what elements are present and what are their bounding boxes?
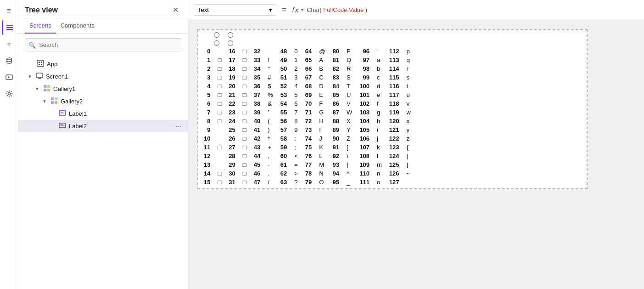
ascii-char: B [315, 64, 329, 73]
ascii-char: L [315, 152, 329, 160]
ascii-char: ; [291, 143, 302, 152]
table-row: 6□22□38&54670F86V102f118v [200, 99, 414, 108]
ascii-num: 59 [277, 143, 291, 152]
handle-bl[interactable] [214, 40, 219, 46]
ascii-char: l [373, 152, 386, 160]
ascii-num: 46 [250, 169, 264, 178]
formula-selector[interactable]: Text ▾ [194, 4, 276, 16]
ascii-num: 96 [356, 47, 373, 56]
ascii-num: 75 [302, 143, 315, 152]
ascii-num: 120 [386, 117, 403, 125]
ascii-num: 68 [302, 82, 315, 91]
ascii-char: Y [343, 125, 356, 134]
table-row: 016□3248064@80P96`112p [200, 47, 414, 56]
fx-italic: f [292, 6, 294, 14]
ascii-char: □ [239, 108, 250, 117]
ascii-num: 76 [302, 152, 315, 160]
ascii-num: 9 [200, 125, 214, 134]
ascii-num: 14 [200, 169, 214, 178]
ascii-num: 94 [329, 169, 342, 178]
ascii-num: 61 [277, 160, 291, 169]
ascii-char: } [403, 160, 414, 169]
tree-item-gallery1[interactable]: ▼ Gallery1 [18, 83, 188, 95]
ascii-char: r [403, 64, 414, 73]
tree-item-label1[interactable]: Label1 [18, 108, 188, 120]
ascii-num: 125 [386, 160, 403, 169]
ascii-char: [ [343, 143, 356, 152]
handle-tl[interactable] [214, 32, 219, 38]
ascii-char: □ [214, 56, 225, 64]
ascii-char: 0 [291, 47, 302, 56]
hamburger-icon[interactable]: ≡ [2, 4, 17, 18]
ascii-num: 69 [302, 91, 315, 99]
tree-item-app[interactable]: App [18, 58, 188, 70]
tree-item-label2[interactable]: Label2 ··· [18, 120, 188, 132]
ascii-num: 35 [250, 73, 264, 82]
table-row: 1□17□33!49165A81Q97a113q [200, 56, 414, 64]
tree-item-gallery2[interactable]: ▼ Gallery2 [18, 95, 188, 108]
ascii-num: 58 [277, 134, 291, 143]
ascii-num: 20 [225, 82, 239, 91]
svg-point-3 [7, 58, 11, 60]
ascii-num: 127 [386, 178, 403, 187]
ascii-num: 11 [200, 143, 214, 152]
settings-icon[interactable] [2, 86, 17, 101]
ascii-num: 36 [250, 82, 264, 91]
table-row: 1026□42*58:74J90Z106j122z [200, 134, 414, 143]
formula-char-func: Char( [307, 6, 323, 13]
ascii-num: 45 [250, 160, 264, 169]
ascii-char: □ [239, 152, 250, 160]
tab-components[interactable]: Components [56, 18, 99, 34]
ascii-num: 126 [386, 169, 403, 178]
ascii-num: 54 [277, 99, 291, 108]
gallery2-icon [50, 97, 58, 106]
ascii-char: > [291, 169, 302, 178]
layers-icon[interactable] [2, 20, 17, 35]
ascii-num: 1 [200, 56, 214, 64]
ascii-char: e [373, 91, 386, 99]
svg-rect-2 [6, 29, 13, 30]
table-row: 925□41)57973I89Y105i121y [200, 125, 414, 134]
ascii-char: W [343, 108, 356, 117]
ascii-num: 23 [225, 108, 239, 117]
ascii-num: 89 [329, 125, 342, 134]
ascii-table: 016□3248064@80P96`112p1□17□33!49165A81Q9… [200, 47, 414, 187]
ascii-num: 13 [200, 160, 214, 169]
database-icon[interactable] [2, 53, 17, 68]
item-context-menu-button[interactable]: ··· [175, 122, 181, 130]
table-row: 14□30□46.62>78N94^110n126~ [200, 169, 414, 178]
ascii-num: 64 [302, 47, 315, 56]
ascii-char: ( [264, 117, 277, 125]
ascii-num: 99 [356, 73, 373, 82]
handle-tr[interactable] [228, 32, 233, 38]
ascii-num: 26 [225, 134, 239, 143]
table-row: 1228□44,60<76L92\108l124| [200, 152, 414, 160]
add-icon[interactable]: + [2, 37, 17, 51]
ascii-num: 105 [356, 125, 373, 134]
ascii-num: 66 [302, 64, 315, 73]
ascii-num: 90 [329, 134, 342, 143]
media-icon[interactable] [2, 70, 17, 85]
ascii-num: 93 [329, 160, 342, 169]
handle-br[interactable] [228, 40, 233, 46]
search-input[interactable] [25, 38, 181, 51]
ascii-char: s [403, 73, 414, 82]
close-tree-button[interactable]: ✕ [170, 5, 181, 15]
ascii-num: 103 [356, 108, 373, 117]
ascii-char [214, 134, 225, 143]
ascii-char: v [403, 99, 414, 108]
ascii-char: + [264, 143, 277, 152]
ascii-char: m [373, 160, 386, 169]
formula-selector-label: Text [198, 6, 209, 13]
ascii-char: | [403, 152, 414, 160]
ascii-num: 22 [225, 99, 239, 108]
ascii-num: 123 [386, 143, 403, 152]
tab-screens[interactable]: Screens [25, 18, 56, 34]
ascii-char: d [373, 82, 386, 91]
ascii-num: 81 [329, 56, 342, 64]
tree-item-label-app: App [47, 61, 181, 68]
ascii-num: 19 [225, 73, 239, 82]
ascii-char [264, 47, 277, 56]
tree-header: Tree view ✕ [18, 0, 188, 18]
tree-item-screen1[interactable]: ▼ Screen1 [18, 70, 188, 83]
